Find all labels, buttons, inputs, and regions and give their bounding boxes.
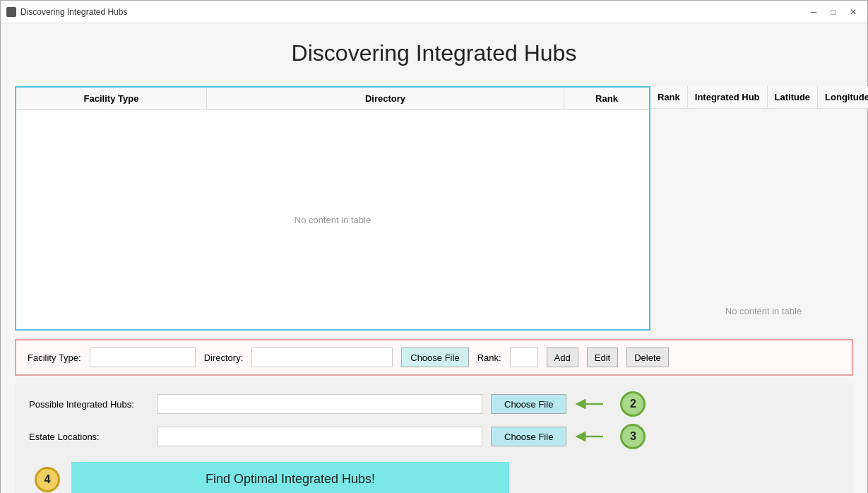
edit-button[interactable]: Edit	[587, 348, 618, 367]
choose-file-button-hubs[interactable]: Choose File	[491, 394, 566, 414]
minimize-button[interactable]: ─	[805, 5, 822, 19]
right-table-body: No content in table	[650, 109, 868, 331]
right-table-no-content: No content in table	[725, 306, 802, 316]
page-title: Discovering Integrated Hubs	[15, 35, 853, 78]
tables-container: Facility Type Directory Rank No content …	[15, 86, 853, 331]
arrow-2-icon	[575, 396, 610, 412]
annotation-circle-3: 3	[620, 424, 646, 449]
choose-file-button-estate[interactable]: Choose File	[491, 427, 566, 446]
col-header-facility-type: Facility Type	[16, 88, 207, 109]
left-table-no-content: No content in table	[295, 215, 371, 225]
title-bar: Discovering Integrated Hubs ─ □ ✕	[1, 1, 867, 23]
left-table-header: Facility Type Directory Rank	[16, 88, 649, 110]
left-table-body: No content in table	[16, 110, 649, 329]
estate-locations-label: Estate Locations:	[29, 432, 149, 442]
choose-file-button-form[interactable]: Choose File	[401, 348, 468, 367]
form-directory-label: Directory:	[204, 352, 244, 363]
arrow-3-icon	[575, 428, 610, 445]
right-section: Rank Integrated Hub Latitude Longitude N…	[650, 86, 868, 331]
right-col-longitude: Longitude	[818, 86, 868, 108]
bottom-section: Possible Integrated Hubs: Choose File	[15, 384, 853, 493]
right-col-rank: Rank	[650, 86, 688, 108]
title-bar-controls: ─ □ ✕	[805, 5, 862, 19]
find-row: 4 Find Optimal Integrated Hubs!	[29, 456, 839, 493]
title-bar-left: Discovering Integrated Hubs	[6, 7, 127, 17]
form-rank-label: Rank:	[477, 352, 501, 363]
estate-locations-input[interactable]	[157, 427, 482, 446]
app-icon	[6, 7, 16, 17]
estate-locations-row: Estate Locations: Choose File 3	[29, 424, 839, 449]
possible-hubs-label: Possible Integrated Hubs:	[29, 399, 149, 410]
annotation-circle-2: 2	[620, 391, 646, 417]
possible-hubs-input[interactable]	[157, 394, 482, 414]
left-table: Facility Type Directory Rank No content …	[15, 86, 650, 331]
col-header-directory: Directory	[207, 88, 564, 109]
maximize-button[interactable]: □	[825, 5, 842, 19]
form-section: Facility Type: Directory: Choose File Ra…	[15, 339, 853, 376]
close-button[interactable]: ✕	[845, 5, 862, 19]
main-window: Discovering Integrated Hubs ─ □ ✕ Discov…	[0, 0, 868, 493]
main-content: Discovering Integrated Hubs Facility Typ…	[1, 23, 867, 493]
annotation-circle-4: 4	[35, 467, 60, 492]
right-col-integrated-hub: Integrated Hub	[688, 86, 768, 108]
add-button[interactable]: Add	[547, 348, 578, 367]
right-col-latitude: Latitude	[768, 86, 819, 108]
facility-type-input[interactable]	[90, 348, 196, 367]
title-bar-text: Discovering Integrated Hubs	[20, 7, 127, 17]
right-table-header: Rank Integrated Hub Latitude Longitude	[650, 86, 868, 109]
directory-input[interactable]	[251, 348, 393, 367]
col-header-rank: Rank	[564, 88, 649, 109]
annotation-2-container: 2	[575, 391, 646, 417]
annotation-3-container: 3	[575, 424, 646, 449]
find-optimal-button[interactable]: Find Optimal Integrated Hubs!	[71, 462, 509, 493]
delete-button[interactable]: Delete	[626, 348, 669, 367]
possible-hubs-row: Possible Integrated Hubs: Choose File	[29, 391, 839, 417]
form-facility-type-label: Facility Type:	[28, 352, 81, 363]
rank-input[interactable]	[510, 348, 538, 367]
